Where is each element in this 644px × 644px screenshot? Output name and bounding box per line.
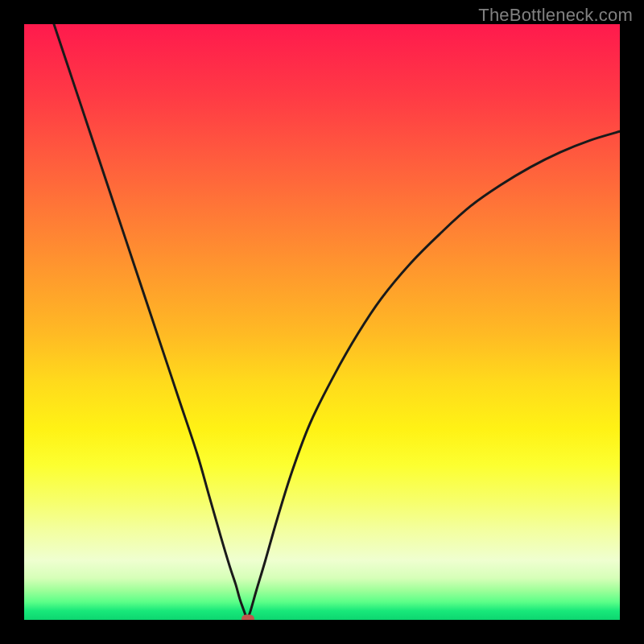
minimum-marker xyxy=(242,614,254,620)
chart-frame xyxy=(24,24,620,620)
chart-curve-svg xyxy=(24,24,620,620)
watermark-text: TheBottleneck.com xyxy=(478,5,633,26)
curve-right-branch xyxy=(248,131,621,618)
curve-left-branch xyxy=(54,24,248,619)
